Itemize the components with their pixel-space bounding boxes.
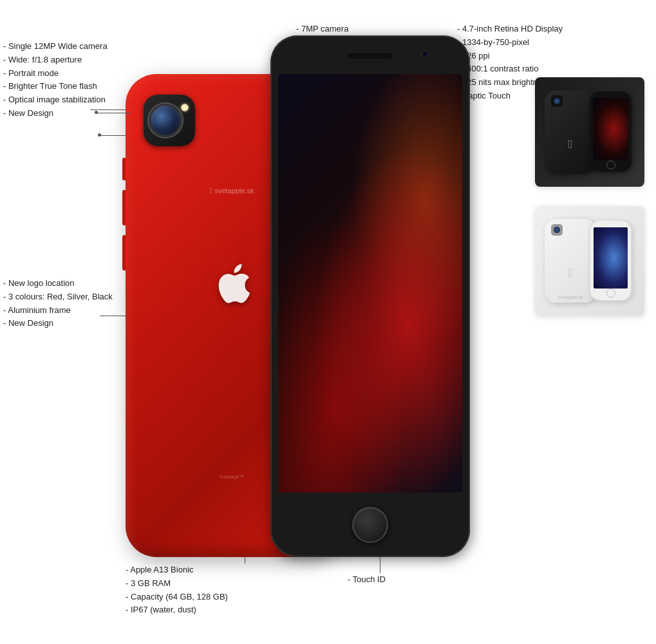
mute-switch xyxy=(122,235,126,270)
thumbnails-container:   svetapple.sk xyxy=(535,77,644,335)
front-camera xyxy=(422,51,428,57)
white-screen-mini xyxy=(594,227,628,289)
white-back-mini:  svetapple.sk xyxy=(545,219,596,303)
back-camera-line1: - Single 12MP Wide camera xyxy=(3,40,108,53)
black-variant-thumbnail:  xyxy=(535,77,644,187)
home-button xyxy=(352,507,388,543)
earpiece xyxy=(348,53,393,59)
logo-line2: - 3 colours: Red, Silver, Black xyxy=(3,290,113,304)
phones-main:  svetapple.sk Concept™ xyxy=(126,35,499,596)
watermark:  svetapple.sk xyxy=(209,187,254,194)
black-apple-mini:  xyxy=(568,138,573,151)
white-cam-dot xyxy=(554,227,560,233)
back-camera-line4: - Brighter True Tone flash xyxy=(3,80,108,93)
display-line1: - 4.7-inch Retina HD Display xyxy=(457,23,563,36)
logo-annotation: - New logo location - 3 colours: Red, Si… xyxy=(3,277,113,330)
logo-line1: - New logo location xyxy=(3,277,113,290)
apple-watermark-icon:  xyxy=(209,187,212,194)
back-camera-line3: - Portrait mode xyxy=(3,67,108,80)
black-home-mini xyxy=(606,160,615,169)
back-camera-line5: - Optical image stabilization xyxy=(3,93,108,107)
white-cam-mini xyxy=(551,224,563,236)
white-front-mini xyxy=(590,220,632,301)
bottom-line4: - IP67 (water, dust) xyxy=(126,603,228,617)
white-bottom-text-mini: svetapple.sk xyxy=(558,295,583,299)
phone-front xyxy=(270,35,476,564)
volume-down-button xyxy=(122,190,126,225)
black-cam-mini xyxy=(551,95,563,107)
black-front-mini xyxy=(590,91,632,172)
phone-front-body xyxy=(270,35,470,557)
camera-flash xyxy=(181,104,189,111)
back-camera-annotation: - Single 12MP Wide camera - Wide: f/1.8 … xyxy=(3,40,108,120)
black-screen-mini xyxy=(593,98,628,160)
camera-lens xyxy=(149,104,182,137)
white-variant-thumbnail:  svetapple.sk xyxy=(535,206,644,316)
black-back-mini:  xyxy=(545,90,596,174)
phone-back-bottom-text: Concept™ xyxy=(220,474,244,480)
logo-line4: - New Design xyxy=(3,317,113,330)
front-camera-line1: - 7MP camera xyxy=(296,23,351,36)
page-wrapper: - Single 12MP Wide camera - Wide: f/1.8 … xyxy=(0,0,656,644)
cam-ann-dot xyxy=(95,111,98,114)
watermark-text: svetapple.sk xyxy=(214,187,254,194)
black-cam-dot xyxy=(554,98,560,104)
apple-logo-svg xyxy=(214,263,250,305)
screen-content xyxy=(278,74,462,493)
white-apple-mini:  xyxy=(568,267,573,280)
logo-line3: - Aluminium frame xyxy=(3,304,113,317)
white-home-mini xyxy=(606,289,615,298)
back-camera-line2: - Wide: f/1.8 aperture xyxy=(3,53,108,67)
apple-logo-back xyxy=(212,261,251,306)
camera-module xyxy=(144,95,195,146)
back-camera-connector xyxy=(98,133,101,137)
cam-ann-h xyxy=(97,113,131,113)
phone-screen xyxy=(278,74,462,493)
volume-up-button xyxy=(122,158,126,180)
